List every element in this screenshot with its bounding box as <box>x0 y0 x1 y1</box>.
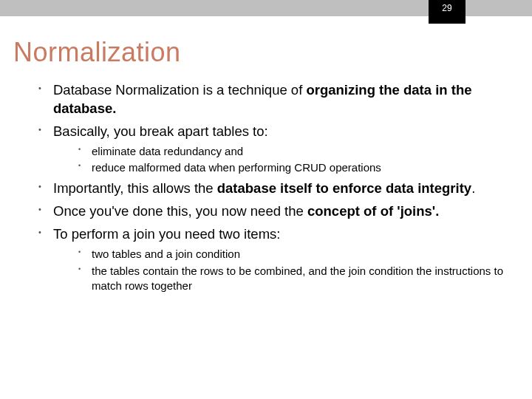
slide-content: Database Normalization is a technique of… <box>0 81 532 293</box>
header-bar: 29 <box>0 0 532 16</box>
bullet-2-sub-2: reduce malformed data when performing CR… <box>78 160 514 175</box>
bullet-4: Once you've done this, you now need the … <box>38 202 514 221</box>
bullet-4-text-b: concept of of 'joins'. <box>307 203 439 219</box>
bullet-2-text: Basically, you break apart tables to: <box>53 123 268 139</box>
bullet-3: Importantly, this allows the database it… <box>38 180 514 198</box>
bullet-5-text: To perform a join you need two items: <box>53 226 280 242</box>
bullet-3-text-c: . <box>471 180 475 196</box>
bullet-4-text-a: Once you've done this, you now need the <box>53 203 307 219</box>
slide-title: Normalization <box>0 16 532 81</box>
bullet-5-sub-2: the tables contain the rows to be combin… <box>78 264 514 294</box>
bullet-1-text-a: Database Normalization is a technique of <box>53 82 306 98</box>
bullet-3-text-a: Importantly, this allows the <box>53 180 217 196</box>
bullet-5: To perform a join you need two items: tw… <box>38 225 514 293</box>
bullet-5-sub-1: two tables and a join condition <box>78 247 514 262</box>
bullet-2: Basically, you break apart tables to: el… <box>38 123 514 175</box>
page-number: 29 <box>429 0 466 24</box>
bullet-2-sub-1: eliminate data redundancy and <box>78 144 514 159</box>
bullet-1: Database Normalization is a technique of… <box>38 81 514 118</box>
bullet-3-text-b: database itself to enforce data integrit… <box>217 180 471 196</box>
